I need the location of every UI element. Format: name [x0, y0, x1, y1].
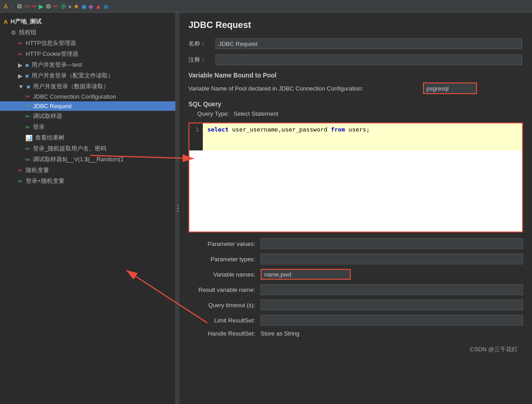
pen-icon: ✏ [25, 103, 30, 109]
comment-label: 注释： [188, 56, 216, 64]
toolbar-icon-11[interactable]: ◉ [81, 3, 87, 10]
sidebar-item-http-header[interactable]: ✂ HTTP信息头管理器 [0, 38, 175, 49]
name-label: 名称： [188, 40, 216, 48]
jdbc-request-label: JDBC Request [33, 103, 72, 109]
http-cookie-label: HTTP Cookie管理器 [26, 50, 78, 58]
thread-group-label: 线程组 [19, 28, 37, 36]
chart-icon: 📊 [25, 135, 32, 141]
sidebar-item-user-concurrent-config[interactable]: ▶ ■ 用户并发登录（配置文件读取） [0, 70, 175, 81]
splitter-dot-3 [177, 210, 179, 212]
toolbar-separator: | [11, 3, 13, 9]
sql-table: users; [345, 126, 370, 133]
sidebar-item-login-random[interactable]: ✏ 登录_随机提取用户名、密码 [0, 143, 175, 154]
toolbar-icon-1[interactable]: A [4, 3, 8, 10]
splitter-dot [177, 205, 179, 206]
param-values-input[interactable] [261, 238, 523, 249]
params-section: Parameter values: Parameter types: Varia… [179, 236, 532, 355]
sql-fields: user_username,user_password [229, 126, 331, 133]
toolbar-icon-10[interactable]: ★ [73, 3, 79, 10]
handle-resultset-value: Store as String [261, 330, 299, 337]
toolbar-icon-7[interactable]: ✂ [53, 3, 59, 10]
project-title[interactable]: A H产地_测试 [0, 16, 175, 27]
sidebar-item-jdbc-request[interactable]: ✏ JDBC Request [0, 101, 175, 111]
name-row: 名称： [188, 36, 523, 52]
view-results-label: 查看结果树 [35, 134, 64, 142]
name-input[interactable] [216, 38, 522, 49]
pool-row: Variable Name of Pool declared in JDBC C… [188, 80, 523, 97]
toolbar-icon-4[interactable]: ✂ [32, 3, 37, 10]
param-types-input[interactable] [261, 254, 523, 264]
project-title-label: H产地_测试 [10, 18, 41, 26]
http-header-label: HTTP信息头管理器 [26, 39, 76, 47]
scissors-icon-3: ✂ [25, 93, 30, 100]
query-type-label: Query Type: [188, 110, 234, 117]
toolbar-icon-5[interactable]: ▶ [39, 3, 44, 10]
pen-icon-4: ✏ [25, 145, 30, 152]
pen-icon-3: ✏ [25, 124, 30, 131]
watermark: CSDN @三千花灯 [188, 344, 523, 355]
sql-editor-empty-space[interactable] [189, 150, 522, 232]
debug-sampler-label: 调试取样器 [33, 112, 62, 120]
collapse-icon: ▼ [18, 83, 24, 90]
limit-resultset-label: Limit ResultSet: [188, 317, 261, 324]
sidebar-item-thread-group[interactable]: ⚙ 线程组 [0, 27, 175, 38]
expand-icon-2: ▶ [18, 73, 23, 79]
sidebar-item-login[interactable]: ✏ 登录 [0, 122, 175, 132]
user-concurrent-config-label: 用户并发登录（配置文件读取） [32, 72, 114, 80]
square-icon-2: ■ [25, 73, 29, 79]
toolbar-icon-6[interactable]: ⚙ [46, 3, 51, 10]
code-area[interactable]: select user_username,user_password from … [203, 123, 522, 150]
sidebar-item-jdbc-connection[interactable]: ✂ JDBC Connection Configuration [0, 92, 175, 101]
sidebar-item-view-results[interactable]: 📊 查看结果树 [0, 132, 175, 143]
sql-query-section: SQL Query [188, 97, 221, 109]
result-var-label: Result variable name: [188, 286, 261, 293]
handle-resultset-row: Handle ResultSet: Store as String [188, 328, 523, 339]
sidebar-item-login-random2[interactable]: ✏ 登录+随机变量 [0, 176, 175, 186]
square-icon-3: ■ [27, 83, 30, 90]
sql-from-keyword: from [331, 126, 345, 133]
result-var-row: Result variable name: [188, 282, 523, 297]
limit-resultset-input[interactable] [261, 315, 523, 326]
login-random2-label: 登录+随机变量 [26, 177, 64, 185]
variable-names-row: Variable names: [188, 267, 523, 282]
sidebar: A H产地_测试 ⚙ 线程组 ✂ HTTP信息头管理器 ✂ HTTP Cooki… [0, 13, 176, 404]
sidebar-item-http-cookie[interactable]: ✂ HTTP Cookie管理器 [0, 49, 175, 59]
sidebar-item-user-concurrent-test[interactable]: ▶ ■ 用户并发登录—test [0, 59, 175, 70]
login-label: 登录 [33, 123, 45, 131]
toolbar-icon-14[interactable]: ◉ [103, 3, 109, 10]
variable-names-input[interactable] [261, 269, 351, 280]
sidebar-item-debug-sampler2[interactable]: ✏ 调试取样器${__V(1.${__Random(1 [0, 154, 175, 165]
jdbc-connection-label: JDBC Connection Configuration [33, 93, 116, 100]
sidebar-item-random-var[interactable]: ✂ 随机变量 [0, 165, 175, 176]
toolbar-icon-3[interactable]: ✂ [24, 3, 30, 10]
result-var-input[interactable] [261, 284, 523, 295]
toolbar-icon-13[interactable]: ▲ [95, 3, 101, 10]
limit-resultset-row: Limit ResultSet: [188, 313, 523, 328]
variable-bound-section: Variable Name Bound to Pool [188, 68, 276, 81]
query-timeout-label: Query timeout (s): [188, 302, 261, 309]
scissors-icon-2: ✂ [18, 51, 23, 58]
debug-sampler2-label: 调试取样器${__V(1.${__Random(1 [33, 155, 124, 163]
toolbar-icon-12[interactable]: ◆ [88, 3, 93, 10]
query-type-value: Select Statement [234, 110, 278, 117]
param-types-row: Parameter types: [188, 251, 523, 267]
sidebar-item-user-concurrent-db[interactable]: ▼ ■ 用户并发登录（数据库读取） [0, 81, 175, 92]
toolbar-icon-2[interactable]: ⚙ [17, 3, 23, 10]
param-values-row: Parameter values: [188, 236, 523, 251]
gear-icon: ⚙ [11, 29, 16, 36]
query-timeout-input[interactable] [261, 300, 523, 310]
comment-input[interactable] [216, 54, 522, 65]
user-concurrent-db-label: 用户并发登录（数据库读取） [33, 82, 109, 91]
toolbar-icon-9[interactable]: ● [68, 3, 72, 10]
login-random-label: 登录_随机提取用户名、密码 [33, 145, 106, 153]
panel-title: JDBC Request [179, 13, 532, 36]
pool-input[interactable] [423, 82, 477, 94]
line-numbers: 1 [189, 123, 203, 150]
right-panel: JDBC Request 名称： 注释： Variable Name Bound… [179, 13, 532, 404]
line-number-1: 1 [193, 126, 199, 133]
sidebar-item-debug-sampler[interactable]: ✏ 调试取样器 [0, 111, 175, 122]
sql-select-keyword: select [207, 126, 229, 133]
toolbar-icon-8[interactable]: ⊕ [60, 2, 66, 10]
sidebar-splitter[interactable] [176, 13, 179, 404]
pen-icon-2: ✏ [25, 113, 30, 120]
